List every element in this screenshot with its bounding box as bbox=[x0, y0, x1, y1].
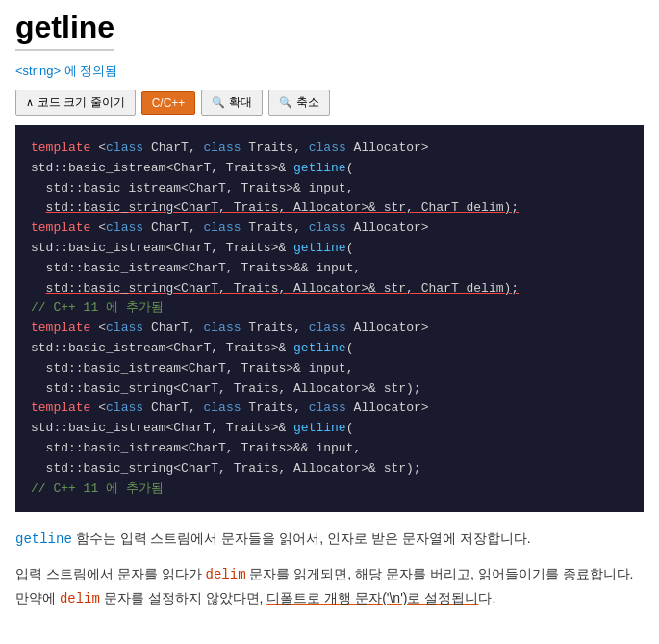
code-line-2: std::basic_istream<CharT, Traits>& getli… bbox=[31, 159, 628, 179]
lang-label: C/C++ bbox=[152, 96, 186, 110]
code-line-3: std::basic_istream<CharT, Traits>& input… bbox=[31, 179, 628, 199]
delim-inline-1: delim bbox=[206, 567, 246, 582]
code-line-12: std::basic_string<CharT, Traits, Allocat… bbox=[31, 379, 628, 399]
subtitle: <string> 에 정의됨 bbox=[15, 63, 644, 80]
shrink-icon: ∧ bbox=[26, 96, 34, 109]
zoom-in-label: 확대 bbox=[229, 94, 252, 111]
lang-button[interactable]: C/C++ bbox=[141, 91, 196, 115]
code-line-10: std::basic_istream<CharT, Traits>& getli… bbox=[31, 339, 628, 359]
desc2-part1: 입력 스트림에서 문자를 읽다가 bbox=[15, 566, 206, 581]
code-line-16: std::basic_string<CharT, Traits, Allocat… bbox=[31, 459, 628, 479]
code-line-9: template <class CharT, class Traits, cla… bbox=[31, 319, 628, 339]
code-line-6: std::basic_istream<CharT, Traits>& getli… bbox=[31, 239, 628, 259]
code-comment-2: // C++ 11 에 추가됨 bbox=[31, 479, 628, 500]
description-1: getline 함수는 입력 스트림에서 문자들을 읽어서, 인자로 받은 문자… bbox=[15, 528, 644, 552]
zoom-out-icon: 🔍 bbox=[279, 96, 292, 109]
toolbar: ∧ 코드 크기 줄이기 C/C++ 🔍 확대 🔍 축소 bbox=[15, 90, 644, 116]
code-comment-1: // C++ 11 에 추가됨 bbox=[31, 298, 628, 319]
zoom-out-button[interactable]: 🔍 축소 bbox=[268, 90, 330, 116]
desc1-text: 함수는 입력 스트림에서 문자들을 읽어서, 인자로 받은 문자열에 저장합니다… bbox=[76, 530, 531, 546]
code-line-5: template <class CharT, class Traits, cla… bbox=[31, 219, 628, 239]
code-line-4: std::basic_string<CharT, Traits, Allocat… bbox=[31, 198, 628, 219]
code-line-15: std::basic_istream<CharT, Traits>&& inpu… bbox=[31, 439, 628, 459]
page-title: getline bbox=[15, 10, 114, 51]
shrink-button[interactable]: ∧ 코드 크기 줄이기 bbox=[15, 90, 136, 116]
delim-inline-2: delim bbox=[60, 591, 100, 606]
code-line-7: std::basic_istream<CharT, Traits>&& inpu… bbox=[31, 259, 628, 279]
subtitle-bracket: <string> bbox=[15, 64, 61, 78]
getline-inline: getline bbox=[15, 531, 72, 547]
subtitle-text: 에 정의됨 bbox=[64, 64, 118, 78]
zoom-in-button[interactable]: 🔍 확대 bbox=[201, 90, 263, 116]
code-line-1: template <class CharT, class Traits, cla… bbox=[31, 139, 628, 159]
zoom-in-icon: 🔍 bbox=[212, 96, 225, 109]
code-line-13: template <class CharT, class Traits, cla… bbox=[31, 399, 628, 419]
code-line-14: std::basic_istream<CharT, Traits>& getli… bbox=[31, 419, 628, 439]
shrink-label: 코드 크기 줄이기 bbox=[38, 94, 125, 111]
desc2-part3: 문자를 설정하지 않았다면, 디폴트로 개행 문자('\n')로 설정됩니다. bbox=[104, 590, 495, 605]
code-block: template <class CharT, class Traits, cla… bbox=[15, 125, 644, 512]
code-line-8: std::basic_string<CharT, Traits, Allocat… bbox=[31, 279, 628, 299]
description-2: 입력 스트림에서 문자를 읽다가 delim 문자를 읽게되면, 해당 문자를 … bbox=[15, 563, 644, 611]
code-line-11: std::basic_istream<CharT, Traits>& input… bbox=[31, 359, 628, 379]
zoom-out-label: 축소 bbox=[296, 94, 319, 111]
